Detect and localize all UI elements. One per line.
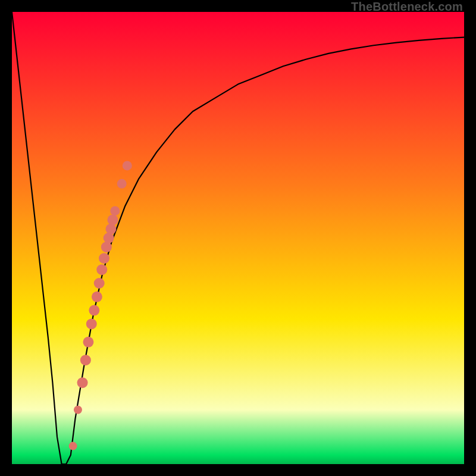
highlight-dot xyxy=(107,215,118,226)
highlight-dot xyxy=(89,305,99,316)
highlight-dot xyxy=(74,406,82,414)
highlight-dot xyxy=(117,179,127,189)
highlight-dot xyxy=(96,264,107,275)
highlight-dot xyxy=(105,224,116,234)
chart-frame: TheBottleneck.com xyxy=(0,0,476,476)
plot-area xyxy=(12,12,464,464)
highlight-dot xyxy=(104,233,114,243)
highlight-dot xyxy=(110,206,120,215)
highlight-dot xyxy=(80,355,91,365)
gradient-background xyxy=(12,12,464,464)
highlight-dot xyxy=(86,318,97,329)
highlight-dot xyxy=(83,337,93,347)
highlight-dot xyxy=(69,442,77,450)
highlight-dot xyxy=(94,278,105,289)
highlight-dot xyxy=(92,292,102,302)
highlight-dot xyxy=(77,377,88,388)
highlight-dot xyxy=(101,242,112,252)
bottleneck-chart xyxy=(12,12,464,464)
highlight-dot xyxy=(123,161,132,170)
highlight-dot xyxy=(99,253,109,264)
